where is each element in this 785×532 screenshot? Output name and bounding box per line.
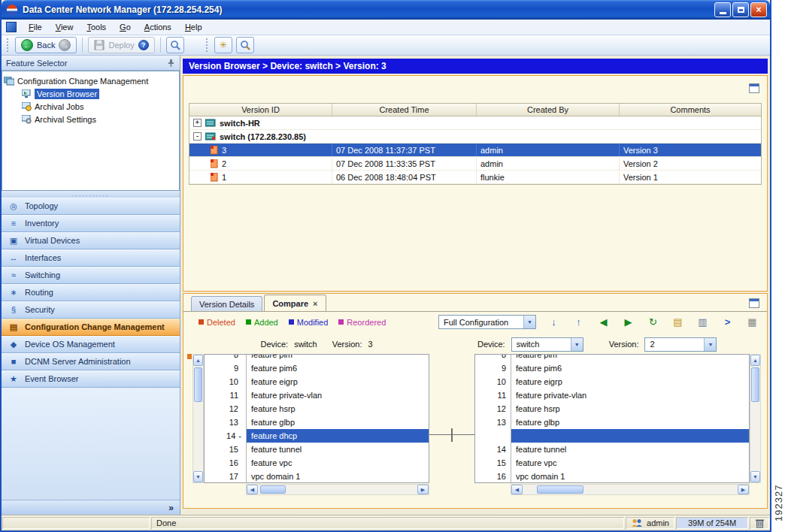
scroll-left-button[interactable]: ◀ [247,485,258,494]
diff-line[interactable]: 14- feature dhcp [205,429,429,443]
menu-actions[interactable]: Actions [138,21,177,33]
diff-line[interactable]: 9 feature pim6 [475,361,749,375]
scroll-down-button[interactable]: ▼ [750,471,760,482]
search-config-button[interactable] [236,37,254,53]
deploy-button[interactable]: Deploy ? [88,37,154,53]
sidebar-item-switching[interactable]: ≈Switching [2,267,180,284]
col-comments[interactable]: Comments [620,104,761,116]
tab-compare[interactable]: Compare × [264,295,326,311]
diff-line[interactable]: 17 vpc domain 1 [205,470,429,483]
version-row-3[interactable]: 3 07 Dec 2008 11:37:37 PST admin Version… [189,144,761,157]
scroll-up-button[interactable]: ▲ [193,355,203,366]
scroll-thumb[interactable] [751,367,759,402]
diff-line[interactable]: 11 feature private-vlan [205,388,429,402]
sidebar-item-device-os-management[interactable]: ◆Device OS Management [2,336,180,353]
compare-right-list[interactable]: 8 feature pim 9 feature pim6 [474,354,750,483]
scroll-down-button[interactable]: ▼ [193,471,203,482]
diff-line[interactable]: 9 feature pim6 [205,361,429,375]
diff-line[interactable]: 11 feature private-vlan [475,388,749,402]
trash-icon[interactable] [756,518,764,528]
tree-item-version-browser[interactable]: Version Browser [4,87,177,100]
next-change-button[interactable]: ▶ [621,315,635,329]
preview-button[interactable] [166,37,184,53]
menu-help[interactable]: Help [179,21,208,33]
right-horizontal-scrollbar[interactable]: ◀ ▶ [511,484,750,495]
diff-line[interactable]: 13 feature glbp [205,416,429,429]
device-group-row-switch-hr[interactable]: + switch-HR [189,116,761,130]
tree-item-archival-settings[interactable]: Archival Settings [4,113,177,125]
scroll-right-button[interactable]: ▶ [738,485,749,494]
sidebar-item-interfaces[interactable]: ↔Interfaces [2,249,180,267]
collapse-icon[interactable]: - [193,132,202,141]
report-button[interactable]: ▤ [671,315,685,329]
nav-collapse-band[interactable]: » [2,500,180,515]
diff-line[interactable]: 8 feature pim [205,355,429,361]
version-row-2[interactable]: 2 07 Dec 2008 11:33:35 PST admin Version… [189,157,761,171]
compare-left-list[interactable]: 8 feature pim 9 feature pim6 [204,354,429,483]
col-version-id[interactable]: Version ID [189,104,332,116]
diff-line[interactable]: 10 feature eigrp [205,375,429,388]
diff-line[interactable]: 14 feature tunnel [475,443,749,456]
view-config-button[interactable]: ✳ [214,37,232,53]
diff-line[interactable]: 13 feature glbp [475,416,749,429]
right-vertical-scrollbar[interactable]: ▲ ▼ [750,354,761,483]
menu-tools[interactable]: Tools [80,21,112,33]
expand-icon[interactable]: + [193,119,202,127]
export-button[interactable]: ▥ [696,315,710,329]
next-diff-button[interactable]: ↓ [547,315,561,329]
version-row-1[interactable]: 1 06 Dec 2008 18:48:04 PST flunkie Versi… [189,171,761,184]
tab-close-icon[interactable]: × [313,299,317,308]
refresh-compare-button[interactable]: ↻ [646,315,660,329]
col-created-by[interactable]: Created By [477,104,620,116]
prev-diff-button[interactable]: ↑ [571,315,586,329]
scroll-right-button[interactable]: ▶ [417,485,429,494]
run-compare-button[interactable]: > [720,315,735,329]
scroll-left-button[interactable]: ◀ [511,485,523,494]
diff-line[interactable]: 10 feature eigrp [475,375,749,388]
toolbar-grip[interactable] [206,38,208,52]
scroll-thumb[interactable] [194,367,202,402]
tree-item-archival-jobs[interactable]: Archival Jobs [4,100,177,113]
close-button[interactable]: × [750,2,767,17]
diff-line[interactable]: 12 feature hsrp [475,402,749,416]
scroll-thumb[interactable] [260,485,286,494]
change-tick[interactable] [187,354,192,359]
sidebar-item-routing[interactable]: ∗Routing [2,284,180,301]
col-created-time[interactable]: Created Time [332,104,477,116]
minimize-button[interactable] [714,2,731,17]
panel-maximize-button[interactable] [749,83,759,93]
right-version-select[interactable]: 2 ▼ [644,337,717,352]
sidebar-splitter[interactable]: ........... [2,191,180,198]
left-horizontal-scrollbar[interactable]: ◀ ▶ [246,484,429,495]
save-button[interactable]: ▦ [745,315,759,329]
first-change-button[interactable]: ◀ [596,315,611,329]
sidebar-item-event-browser[interactable]: ★Event Browser [2,370,180,388]
device-group-row-switch[interactable]: - switch (172.28.230.85) [189,130,761,144]
tab-version-details[interactable]: Version Details [191,296,262,311]
right-device-select[interactable]: switch ▼ [511,337,583,352]
diff-line[interactable]: 8 feature pim [475,355,749,361]
restore-button[interactable] [732,2,749,17]
diff-line[interactable]: 12 feature hsrp [205,402,429,416]
diff-line[interactable]: 16 feature vpc [205,456,429,470]
menu-go[interactable]: Go [114,21,137,33]
scroll-thumb[interactable] [537,485,583,494]
toolbar-grip[interactable] [7,38,9,52]
sidebar-item-security[interactable]: §Security [2,301,180,319]
menu-view[interactable]: View [50,21,80,33]
diff-line[interactable]: 15 feature tunnel [205,443,429,456]
diff-line[interactable]: 16 vpc domain 1 [475,470,749,483]
sidebar-item-configuration-change-management[interactable]: ▤Configuration Change Management [2,319,180,336]
back-button[interactable]: ← Back → [15,37,77,53]
menu-file[interactable]: File [23,21,48,33]
scope-select[interactable]: Full Configuration ▼ [438,315,536,329]
sidebar-item-topology[interactable]: ◎Topology [2,198,180,215]
tree-root-config-change-management[interactable]: Configuration Change Management [4,74,177,87]
pin-icon[interactable] [167,59,175,67]
sidebar-item-dcnm-server-administration[interactable]: ■DCNM Server Administration [2,353,180,370]
diff-line[interactable]: 15 feature vpc [475,456,749,470]
scroll-up-button[interactable]: ▲ [750,355,760,366]
sidebar-item-inventory[interactable]: ≡Inventory [2,215,180,232]
left-vertical-scrollbar[interactable]: ▲ ▼ [192,354,204,483]
diff-line[interactable] [475,429,749,443]
